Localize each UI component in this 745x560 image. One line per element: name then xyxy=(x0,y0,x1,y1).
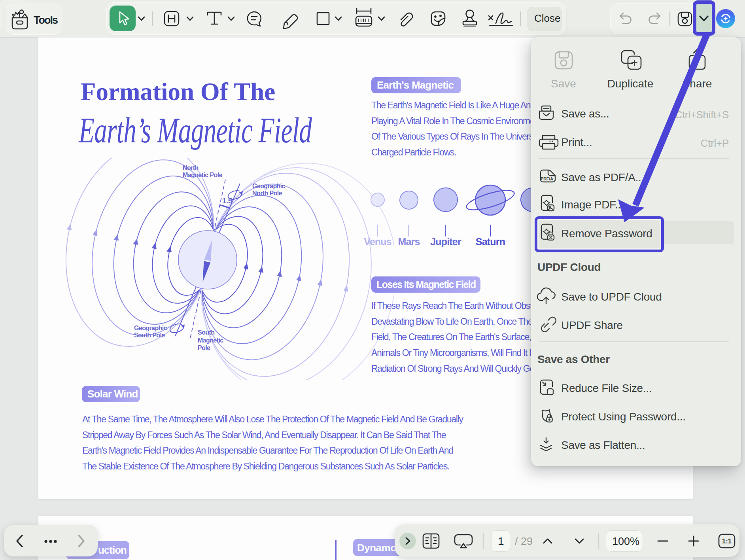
svg-text:Jupiter: Jupiter xyxy=(430,236,461,247)
svg-text:South Pole: South Pole xyxy=(134,332,165,339)
svg-text:North: North xyxy=(183,165,199,171)
svg-text:Pole: Pole xyxy=(198,344,210,351)
svg-text:Magnetic: Magnetic xyxy=(198,337,223,344)
svg-text:Geographic: Geographic xyxy=(252,183,286,189)
svg-text:North Pole: North Pole xyxy=(252,190,282,197)
svg-text:PDF/A: PDF/A xyxy=(541,176,553,181)
svg-text:Mars: Mars xyxy=(398,236,420,247)
svg-text:1:1: 1:1 xyxy=(722,537,732,545)
svg-text:South: South xyxy=(198,329,214,336)
svg-text:Saturn: Saturn xyxy=(476,236,505,247)
svg-text:Magnetic Pole: Magnetic Pole xyxy=(183,172,222,178)
svg-text:Geographic: Geographic xyxy=(134,325,167,331)
svg-text:1.5: 1.5 xyxy=(222,197,233,205)
svg-text:Venus: Venus xyxy=(364,236,391,247)
